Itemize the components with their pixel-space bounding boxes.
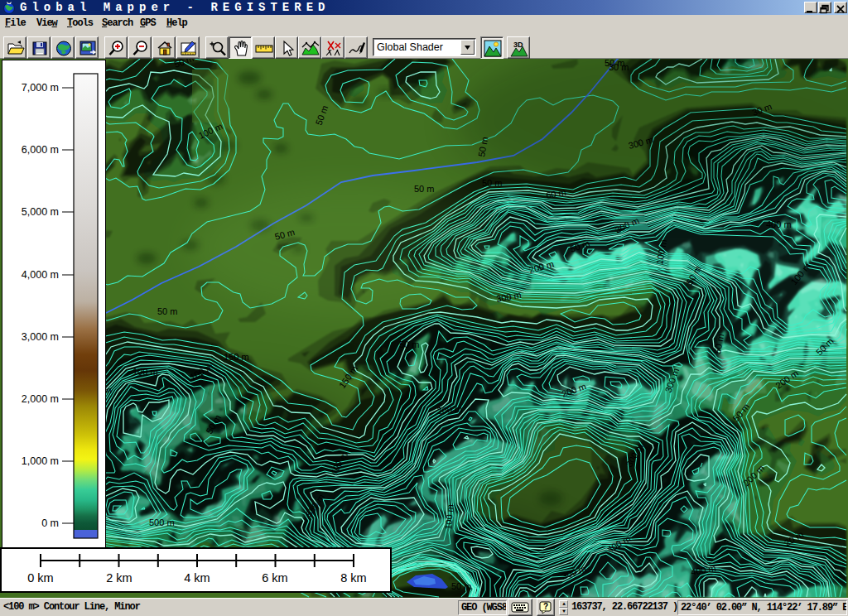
svg-text:0 km: 0 km (27, 571, 53, 585)
svg-text:100 m: 100 m (132, 367, 158, 377)
svg-text:2,000 m: 2,000 m (22, 393, 59, 405)
svg-text:7,000 m: 7,000 m (22, 82, 59, 94)
svg-text:0 m: 0 m (41, 517, 59, 529)
svg-text:500 m: 500 m (149, 517, 175, 527)
svg-text:30 m: 30 m (609, 62, 629, 72)
svg-text:2 km: 2 km (106, 571, 132, 585)
svg-text:6 km: 6 km (262, 571, 287, 585)
svg-text:50 m: 50 m (157, 306, 177, 316)
svg-text:50 m: 50 m (451, 581, 471, 591)
svg-text:5,000 m: 5,000 m (22, 206, 59, 218)
svg-text:6,000 m: 6,000 m (22, 144, 59, 156)
svg-text:8 km: 8 km (340, 571, 366, 585)
svg-text:50 m: 50 m (482, 178, 502, 188)
svg-text:1,000 m: 1,000 m (22, 455, 59, 467)
svg-text:50 m: 50 m (399, 339, 419, 349)
svg-text:4,000 m: 4,000 m (22, 269, 59, 281)
svg-text:3,000 m: 3,000 m (22, 331, 59, 343)
svg-text:4 km: 4 km (184, 571, 210, 585)
svg-text:150 m: 150 m (224, 352, 249, 362)
svg-text:400 m: 400 m (766, 219, 792, 229)
svg-text:50 m: 50 m (414, 184, 434, 194)
